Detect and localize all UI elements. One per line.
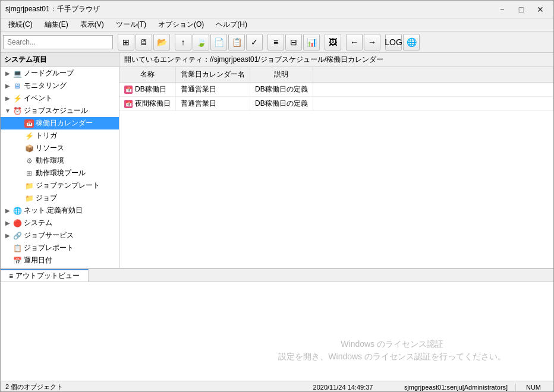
- monitor-icon[interactable]: 🖥: [136, 34, 152, 50]
- tree-icon: ⚡: [12, 94, 22, 103]
- tree-arrow: ▶: [3, 95, 12, 102]
- cell-calendar: 普通営業日: [176, 97, 250, 111]
- tree-icon: ⚡: [24, 131, 34, 141]
- list-icon[interactable]: ≡: [267, 34, 284, 50]
- tree-icon: 💻: [12, 69, 22, 78]
- entity-path: 開いているエンティティ：//sjmgrjpeast01/ジョブスケジュール/稼働…: [119, 53, 553, 67]
- col-header-営業日カレンダー名: 営業日カレンダー名: [176, 67, 250, 83]
- toolbar-separator: [264, 34, 266, 50]
- tree-arrow: ▶: [3, 232, 12, 239]
- table-body: 📅DB稼働日普通営業日DB稼働日の定義📅夜間稼働日普通営業日DB稼働日の定義: [119, 83, 553, 111]
- menu-item-ツール(T)[interactable]: ツール(T): [111, 18, 152, 31]
- bar-chart-icon[interactable]: 📊: [303, 34, 320, 50]
- output-tab-outputview[interactable]: ≡ アウトプットビュー: [1, 269, 89, 282]
- tree-arrow: ▼: [3, 108, 12, 114]
- table-row[interactable]: 📅DB稼働日普通営業日DB稼働日の定義: [119, 83, 553, 97]
- sidebar-item-動作環境[interactable]: ⚙動作環境: [1, 154, 119, 167]
- doc-arrow-icon[interactable]: 📄: [210, 34, 227, 50]
- watermark-line1: Windows のライセンス認証: [278, 338, 506, 350]
- tree-icon: 🌐: [12, 206, 22, 216]
- status-datetime: 2020/11/24 14:49:37: [289, 384, 396, 391]
- main-content: 開いているエンティティ：//sjmgrjpeast01/ジョブスケジュール/稼働…: [119, 53, 553, 268]
- leaf-icon[interactable]: 🍃: [193, 34, 209, 50]
- sidebar-item-ノードグループ[interactable]: ▶💻ノードグループ: [1, 67, 119, 80]
- data-table-element: 名称営業日カレンダー名説明 📅DB稼働日普通営業日DB稼働日の定義📅夜間稼働日普…: [119, 67, 553, 111]
- tree-icon: 🔴: [12, 219, 22, 228]
- tree-label: 動作環境: [36, 156, 64, 166]
- cell-description: DB稼働日の定義: [250, 83, 313, 97]
- cell-name: 📅夜間稼働日: [119, 97, 176, 111]
- tree-icon: 📁: [24, 181, 34, 191]
- col-header-extra: [313, 67, 553, 83]
- sidebar-item-システム[interactable]: ▶🔴システム: [1, 217, 119, 229]
- folder-open-icon[interactable]: 📂: [153, 34, 170, 50]
- output-tabs: ≡ アウトプットビュー: [1, 269, 553, 282]
- tree-arrow: ▶: [3, 207, 12, 214]
- search-input[interactable]: [3, 35, 113, 49]
- title-bar: sjmgrjpeast01：千手ブラウザ － □ ✕: [1, 1, 553, 18]
- sidebar-item-トリガ[interactable]: ⚡トリガ: [1, 129, 119, 142]
- table-icon[interactable]: ⊟: [285, 34, 302, 50]
- output-content: Windows のライセンス認証 設定を開き、Windows のライセンス認証を…: [1, 282, 553, 381]
- output-tab-icon: ≡: [9, 272, 13, 280]
- sidebar-item-ジョブテンプレート[interactable]: 📁ジョブテンプレート: [1, 179, 119, 192]
- sidebar-item-モニタリング[interactable]: ▶🖥モニタリング: [1, 80, 119, 92]
- tree-icon: 📅: [12, 256, 22, 265]
- menu-item-表示(V)[interactable]: 表示(V): [75, 18, 109, 31]
- cell-description: DB稼働日の定義: [250, 97, 313, 111]
- tree-icon: ⏰: [12, 106, 22, 116]
- toolbar-separator: [342, 34, 345, 50]
- tree-arrow: ▶: [3, 70, 12, 77]
- menu-item-オプション(O)[interactable]: オプション(O): [153, 18, 209, 31]
- table-header: 名称営業日カレンダー名説明: [119, 67, 553, 83]
- checkmark-icon[interactable]: ✓: [246, 34, 263, 50]
- sidebar-item-ジョブサービス[interactable]: ▶🔗ジョブサービス: [1, 229, 119, 242]
- grid-icon[interactable]: ⊞: [118, 34, 134, 50]
- doc-down-icon[interactable]: 📋: [228, 34, 245, 50]
- tree-label: システム: [24, 218, 52, 228]
- status-num: NUM: [515, 384, 551, 391]
- tree-label: ジョブレポート: [24, 243, 74, 253]
- log-icon[interactable]: LOG: [385, 34, 402, 50]
- minimize-button[interactable]: －: [494, 4, 511, 15]
- sidebar-item-リソース[interactable]: 📦リソース: [1, 142, 119, 154]
- tree-label: イベント: [24, 93, 52, 103]
- tree-label: トリガ: [36, 131, 57, 141]
- toolbar-separator: [321, 34, 323, 50]
- close-button[interactable]: ✕: [532, 4, 549, 15]
- maximize-button[interactable]: □: [513, 4, 530, 15]
- menu-item-ヘルプ(H)[interactable]: ヘルプ(H): [210, 18, 253, 31]
- tree-label: 動作環境プール: [36, 168, 86, 178]
- sidebar-item-運用日付[interactable]: 📅運用日付: [1, 254, 119, 267]
- sidebar-item-動作環境プール[interactable]: ⊞動作環境プール: [1, 167, 119, 179]
- tree-icon: 🖥: [12, 81, 22, 91]
- arrow-up-icon[interactable]: ↑: [175, 34, 191, 50]
- sidebar-item-イベント[interactable]: ▶⚡イベント: [1, 92, 119, 105]
- table-row[interactable]: 📅夜間稼働日普通営業日DB稼働日の定義: [119, 97, 553, 111]
- tree-icon: 📋: [12, 244, 22, 253]
- sidebar-item-稼働日カレンダー[interactable]: 📅稼働日カレンダー: [1, 117, 119, 129]
- data-table: 名称営業日カレンダー名説明 📅DB稼働日普通営業日DB稼働日の定義📅夜間稼働日普…: [119, 67, 553, 268]
- title-controls: － □ ✕: [494, 4, 549, 15]
- photo-icon[interactable]: 🖼: [325, 34, 341, 50]
- output-tab-label: アウトプットビュー: [15, 271, 80, 281]
- sidebar-item-ジョブスケジュール[interactable]: ▼⏰ジョブスケジュール: [1, 105, 119, 117]
- sidebar-item-ジョブ[interactable]: 📁ジョブ: [1, 192, 119, 204]
- tree-label: ネット.定義有効日: [24, 206, 83, 216]
- sidebar-item-ネット.定義有効日[interactable]: ▶🌐ネット.定義有効日: [1, 204, 119, 217]
- tree-label: モニタリング: [24, 81, 67, 91]
- output-area: ≡ アウトプットビュー Windows のライセンス認証 設定を開き、Windo…: [1, 268, 553, 381]
- globe-icon[interactable]: 🌐: [403, 34, 420, 50]
- sidebar-item-ジョブレポート[interactable]: 📋ジョブレポート: [1, 242, 119, 254]
- tree-label: ノードグループ: [24, 68, 74, 78]
- tree-label: 稼働日カレンダー: [36, 118, 93, 128]
- tree-arrow: ▶: [3, 220, 12, 226]
- status-bar: 2 個のオブジェクト 2020/11/24 14:49:37 sjmgrjpea…: [1, 381, 553, 392]
- row-calendar-icon: 📅: [124, 100, 133, 108]
- menu-item-接続(C)[interactable]: 接続(C): [3, 18, 38, 31]
- watermark-line2: 設定を開き、Windows のライセンス認証を行ってください。: [278, 350, 506, 363]
- arrow-left-icon[interactable]: ←: [346, 34, 363, 50]
- tree-arrow: ▶: [3, 83, 12, 89]
- arrow-right-icon[interactable]: →: [364, 34, 380, 50]
- menu-item-編集(E)[interactable]: 編集(E): [39, 18, 74, 31]
